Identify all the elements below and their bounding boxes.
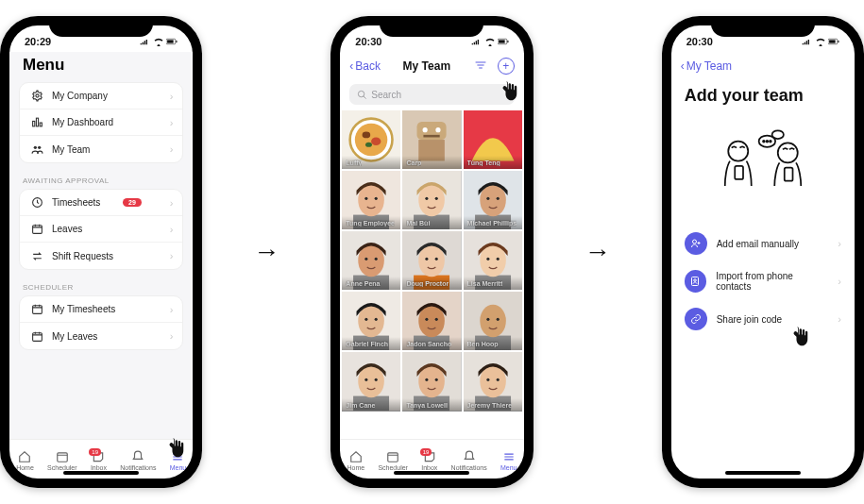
menu-item-label: My Timesheets: [52, 304, 115, 314]
team-member-tile[interactable]: Mai Bùi: [402, 171, 461, 229]
svg-point-49: [365, 258, 368, 260]
team-member-tile[interactable]: Ben Hoop: [464, 292, 522, 350]
option-share-code[interactable]: Share join code ›: [671, 300, 855, 338]
menu-item-my-timesheets[interactable]: My Timesheets ›: [20, 296, 182, 323]
menu-item-label: My Dashboard: [52, 117, 113, 127]
svg-rect-29: [424, 135, 440, 138]
tab-inbox[interactable]: 19Inbox: [91, 450, 107, 471]
option-add-email[interactable]: Add email manually ›: [671, 225, 855, 262]
search-input[interactable]: Search: [349, 84, 514, 105]
menu-item-shift-requests[interactable]: Shift Requests ›: [20, 243, 182, 269]
phone-menu: 20:29 Menu My Company ›: [0, 16, 202, 488]
menu-item-company[interactable]: My Company ›: [20, 83, 182, 109]
svg-point-3: [35, 94, 38, 97]
svg-rect-47: [353, 276, 389, 291]
chevron-right-icon: ›: [170, 91, 174, 102]
status-time: 20:29: [25, 36, 51, 47]
svg-point-7: [33, 145, 36, 148]
svg-point-79: [365, 378, 368, 381]
contacts-icon: [685, 270, 707, 293]
team-member-tile[interactable]: Gabriel Finch: [342, 292, 400, 350]
svg-point-20: [355, 124, 388, 157]
nav-bar: ‹ Back My Team +: [340, 52, 523, 80]
filter-icon[interactable]: [473, 59, 488, 74]
option-label: Share join code: [717, 314, 783, 325]
tab-scheduler[interactable]: Scheduler: [378, 450, 408, 471]
team-member-tile[interactable]: Anne Pena: [342, 231, 400, 290]
illustration: [671, 123, 855, 208]
svg-point-69: [426, 318, 429, 321]
team-member-tile[interactable]: Tùng Teng: [464, 110, 522, 169]
member-name: Gabriel Finch: [346, 341, 388, 347]
tab-notifications[interactable]: Notifications: [120, 450, 156, 471]
back-button[interactable]: ‹ My Team: [681, 59, 732, 73]
menu-item-label: Timesheets: [52, 197, 100, 208]
tab-notifications[interactable]: Notifications: [451, 450, 487, 471]
svg-rect-77: [353, 396, 389, 412]
svg-rect-6: [40, 123, 42, 126]
svg-point-55: [435, 258, 438, 260]
user-plus-icon: [685, 232, 707, 255]
tab-home[interactable]: Home: [347, 450, 364, 471]
svg-rect-67: [415, 336, 450, 351]
chevron-right-icon: ›: [170, 143, 174, 155]
status-icons: [802, 37, 839, 46]
team-member-tile[interactable]: Jeremy Thiere: [464, 352, 522, 411]
team-member-tile[interactable]: Tung Employee: [342, 171, 400, 229]
menu-item-team[interactable]: My Team ›: [20, 136, 182, 162]
svg-point-27: [423, 127, 428, 132]
svg-rect-5: [36, 118, 38, 126]
add-button[interactable]: +: [498, 58, 515, 75]
option-import-contacts[interactable]: Import from phone contacts ›: [671, 262, 855, 300]
team-member-tile[interactable]: Michael Phillips: [464, 171, 522, 229]
svg-rect-15: [499, 40, 505, 42]
menu-item-label: My Company: [52, 91, 108, 101]
menu-item-dashboard[interactable]: My Dashboard ›: [20, 109, 182, 136]
menu-item-label: Shift Requests: [52, 251, 113, 261]
svg-point-22: [371, 137, 381, 145]
member-name: Jim Cane: [346, 402, 375, 409]
team-member-tile[interactable]: Luffy: [342, 110, 400, 169]
tab-inbox[interactable]: 19Inbox: [421, 450, 437, 471]
tab-menu[interactable]: Menu: [500, 450, 517, 471]
status-time: 20:30: [355, 36, 381, 47]
option-label: Import from phone contacts: [716, 271, 828, 292]
svg-point-59: [486, 258, 489, 260]
chevron-right-icon: ›: [170, 224, 174, 235]
member-name: Ben Hoop: [467, 341, 499, 347]
member-name: Carp: [406, 160, 421, 166]
team-member-tile[interactable]: Tanya Lowell: [402, 352, 461, 411]
svg-point-70: [435, 318, 438, 321]
svg-rect-12: [32, 332, 42, 341]
svg-rect-62: [353, 336, 389, 351]
flow-arrow-icon: →: [584, 237, 611, 267]
calendar-icon: [29, 303, 44, 315]
member-name: Jadon Sancho: [406, 341, 451, 347]
svg-point-103: [771, 130, 783, 139]
svg-rect-4: [32, 121, 34, 126]
team-member-tile[interactable]: Doug Proctor: [402, 231, 461, 290]
svg-rect-94: [838, 41, 839, 42]
menu-item-label: My Team: [52, 144, 90, 155]
menu-item-leaves[interactable]: Leaves ›: [20, 216, 182, 243]
tab-menu[interactable]: Menu: [170, 450, 187, 471]
team-member-tile[interactable]: Jim Cane: [342, 352, 400, 411]
menu-item-my-leaves[interactable]: My Leaves ›: [20, 323, 182, 349]
team-icon: [29, 143, 44, 156]
team-member-tile[interactable]: Carp: [402, 110, 461, 169]
svg-rect-52: [415, 276, 450, 291]
tab-home[interactable]: Home: [16, 450, 34, 471]
option-label: Add email manually: [717, 239, 799, 249]
svg-point-101: [766, 141, 768, 143]
calendar-icon: [29, 330, 44, 343]
section-header-awaiting: AWAITING APPROVAL: [9, 173, 193, 189]
tab-scheduler[interactable]: Scheduler: [47, 450, 77, 471]
menu-item-timesheets[interactable]: Timesheets 29 ›: [20, 190, 182, 216]
team-member-tile[interactable]: Jadon Sancho: [402, 292, 461, 350]
team-member-tile[interactable]: Lisa Merritt: [464, 231, 522, 290]
svg-rect-82: [415, 396, 450, 412]
back-button[interactable]: ‹ Back: [349, 59, 381, 73]
svg-point-34: [365, 197, 368, 200]
phone-team: 20:30 ‹ Back My Team + Search: [330, 16, 533, 488]
chevron-right-icon: ›: [170, 304, 174, 315]
